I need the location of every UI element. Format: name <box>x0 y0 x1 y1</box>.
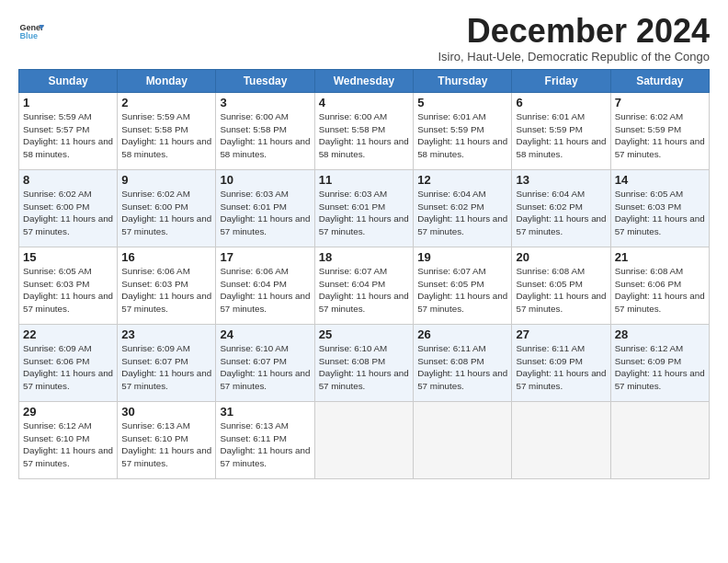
calendar-week-row: 22Sunrise: 6:09 AMSunset: 6:06 PMDayligh… <box>19 325 710 402</box>
day-number: 14 <box>615 173 705 187</box>
subtitle: Isiro, Haut-Uele, Democratic Republic of… <box>438 50 710 63</box>
calendar-cell <box>314 402 414 479</box>
day-info: Sunrise: 6:11 AMSunset: 6:09 PMDaylight:… <box>516 342 606 393</box>
day-number: 27 <box>516 327 606 341</box>
day-number: 23 <box>121 327 211 341</box>
calendar-cell <box>610 402 709 479</box>
day-number: 19 <box>417 250 507 264</box>
calendar-header-row: SundayMondayTuesdayWednesdayThursdayFrid… <box>19 70 710 93</box>
day-info: Sunrise: 6:01 AMSunset: 5:59 PMDaylight:… <box>516 110 606 161</box>
day-number: 29 <box>23 405 113 419</box>
logo-icon: General Blue <box>18 18 44 44</box>
day-number: 22 <box>23 327 113 341</box>
calendar-week-row: 1Sunrise: 5:59 AMSunset: 5:57 PMDaylight… <box>19 93 710 170</box>
day-number: 4 <box>319 96 410 109</box>
calendar-week-row: 15Sunrise: 6:05 AMSunset: 6:03 PMDayligh… <box>19 247 710 325</box>
calendar-cell: 1Sunrise: 5:59 AMSunset: 5:57 PMDaylight… <box>19 93 118 170</box>
day-number: 7 <box>615 96 705 109</box>
day-number: 26 <box>417 327 507 341</box>
day-info: Sunrise: 6:00 AMSunset: 5:58 PMDaylight:… <box>220 110 310 161</box>
day-info: Sunrise: 6:04 AMSunset: 6:02 PMDaylight:… <box>516 188 606 238</box>
weekday-header: Friday <box>512 70 610 93</box>
calendar-cell: 7Sunrise: 6:02 AMSunset: 5:59 PMDaylight… <box>610 93 709 170</box>
day-number: 6 <box>516 96 606 109</box>
day-info: Sunrise: 6:08 AMSunset: 6:06 PMDaylight:… <box>615 265 705 316</box>
day-info: Sunrise: 6:05 AMSunset: 6:03 PMDaylight:… <box>23 265 113 316</box>
day-info: Sunrise: 6:02 AMSunset: 6:00 PMDaylight:… <box>23 188 113 238</box>
calendar-cell: 24Sunrise: 6:10 AMSunset: 6:07 PMDayligh… <box>216 325 314 402</box>
day-info: Sunrise: 6:13 AMSunset: 6:10 PMDaylight:… <box>121 419 211 470</box>
day-info: Sunrise: 6:06 AMSunset: 6:04 PMDaylight:… <box>220 265 310 316</box>
weekday-header: Saturday <box>610 70 709 93</box>
calendar-cell: 28Sunrise: 6:12 AMSunset: 6:09 PMDayligh… <box>610 325 709 402</box>
day-info: Sunrise: 6:01 AMSunset: 5:59 PMDaylight:… <box>417 110 507 161</box>
day-number: 30 <box>121 405 211 419</box>
logo: General Blue <box>18 18 44 44</box>
calendar-cell: 22Sunrise: 6:09 AMSunset: 6:06 PMDayligh… <box>19 325 118 402</box>
day-number: 9 <box>121 173 211 187</box>
weekday-header: Wednesday <box>314 70 414 93</box>
calendar-cell: 14Sunrise: 6:05 AMSunset: 6:03 PMDayligh… <box>610 170 709 247</box>
calendar-cell: 9Sunrise: 6:02 AMSunset: 6:00 PMDaylight… <box>118 170 216 247</box>
calendar-cell <box>512 402 610 479</box>
calendar-cell: 8Sunrise: 6:02 AMSunset: 6:00 PMDaylight… <box>19 170 118 247</box>
calendar-cell: 4Sunrise: 6:00 AMSunset: 5:58 PMDaylight… <box>314 93 414 170</box>
calendar-cell: 15Sunrise: 6:05 AMSunset: 6:03 PMDayligh… <box>19 247 118 325</box>
day-info: Sunrise: 6:12 AMSunset: 6:09 PMDaylight:… <box>615 342 705 393</box>
day-number: 1 <box>23 96 113 109</box>
calendar-cell: 30Sunrise: 6:13 AMSunset: 6:10 PMDayligh… <box>118 402 216 479</box>
calendar-week-row: 8Sunrise: 6:02 AMSunset: 6:00 PMDaylight… <box>19 170 710 247</box>
day-info: Sunrise: 6:11 AMSunset: 6:08 PMDaylight:… <box>417 342 507 393</box>
calendar-cell: 23Sunrise: 6:09 AMSunset: 6:07 PMDayligh… <box>118 325 216 402</box>
day-number: 13 <box>516 173 606 187</box>
calendar-cell: 17Sunrise: 6:06 AMSunset: 6:04 PMDayligh… <box>216 247 314 325</box>
day-number: 18 <box>319 250 410 264</box>
calendar-cell: 6Sunrise: 6:01 AMSunset: 5:59 PMDaylight… <box>512 93 610 170</box>
day-info: Sunrise: 6:03 AMSunset: 6:01 PMDaylight:… <box>220 188 310 238</box>
day-info: Sunrise: 6:02 AMSunset: 6:00 PMDaylight:… <box>121 188 211 238</box>
calendar-cell: 12Sunrise: 6:04 AMSunset: 6:02 PMDayligh… <box>414 170 512 247</box>
day-info: Sunrise: 6:00 AMSunset: 5:58 PMDaylight:… <box>319 110 410 161</box>
day-info: Sunrise: 6:10 AMSunset: 6:08 PMDaylight:… <box>319 342 410 393</box>
day-info: Sunrise: 5:59 AMSunset: 5:57 PMDaylight:… <box>23 110 113 161</box>
day-info: Sunrise: 6:13 AMSunset: 6:11 PMDaylight:… <box>220 419 310 470</box>
day-number: 10 <box>220 173 310 187</box>
day-number: 11 <box>319 173 410 187</box>
day-number: 16 <box>121 250 211 264</box>
day-number: 5 <box>417 96 507 109</box>
calendar-body: 1Sunrise: 5:59 AMSunset: 5:57 PMDaylight… <box>19 93 710 479</box>
day-number: 20 <box>516 250 606 264</box>
calendar-cell: 16Sunrise: 6:06 AMSunset: 6:03 PMDayligh… <box>118 247 216 325</box>
calendar-cell: 19Sunrise: 6:07 AMSunset: 6:05 PMDayligh… <box>414 247 512 325</box>
calendar-cell: 2Sunrise: 5:59 AMSunset: 5:58 PMDaylight… <box>118 93 216 170</box>
month-title: December 2024 <box>438 15 710 48</box>
day-number: 17 <box>220 250 310 264</box>
calendar: SundayMondayTuesdayWednesdayThursdayFrid… <box>18 69 710 479</box>
calendar-cell: 26Sunrise: 6:11 AMSunset: 6:08 PMDayligh… <box>414 325 512 402</box>
calendar-cell <box>414 402 512 479</box>
day-info: Sunrise: 6:07 AMSunset: 6:04 PMDaylight:… <box>319 265 410 316</box>
weekday-header: Thursday <box>414 70 512 93</box>
calendar-cell: 31Sunrise: 6:13 AMSunset: 6:11 PMDayligh… <box>216 402 314 479</box>
day-number: 31 <box>220 405 310 419</box>
day-number: 2 <box>121 96 211 109</box>
calendar-cell: 13Sunrise: 6:04 AMSunset: 6:02 PMDayligh… <box>512 170 610 247</box>
weekday-header: Monday <box>118 70 216 93</box>
day-info: Sunrise: 6:02 AMSunset: 5:59 PMDaylight:… <box>615 110 705 161</box>
weekday-header: Tuesday <box>216 70 314 93</box>
calendar-cell: 21Sunrise: 6:08 AMSunset: 6:06 PMDayligh… <box>610 247 709 325</box>
header: General Blue December 2024 Isiro, Haut-U… <box>18 15 710 63</box>
calendar-cell: 11Sunrise: 6:03 AMSunset: 6:01 PMDayligh… <box>314 170 414 247</box>
day-info: Sunrise: 6:09 AMSunset: 6:07 PMDaylight:… <box>121 342 211 393</box>
day-info: Sunrise: 6:10 AMSunset: 6:07 PMDaylight:… <box>220 342 310 393</box>
day-info: Sunrise: 6:12 AMSunset: 6:10 PMDaylight:… <box>23 419 113 470</box>
day-info: Sunrise: 6:03 AMSunset: 6:01 PMDaylight:… <box>319 188 410 238</box>
calendar-cell: 5Sunrise: 6:01 AMSunset: 5:59 PMDaylight… <box>414 93 512 170</box>
day-number: 8 <box>23 173 113 187</box>
day-info: Sunrise: 6:08 AMSunset: 6:05 PMDaylight:… <box>516 265 606 316</box>
day-info: Sunrise: 6:09 AMSunset: 6:06 PMDaylight:… <box>23 342 113 393</box>
day-info: Sunrise: 6:04 AMSunset: 6:02 PMDaylight:… <box>417 188 507 238</box>
day-number: 24 <box>220 327 310 341</box>
svg-text:Blue: Blue <box>19 31 38 40</box>
calendar-cell: 18Sunrise: 6:07 AMSunset: 6:04 PMDayligh… <box>314 247 414 325</box>
